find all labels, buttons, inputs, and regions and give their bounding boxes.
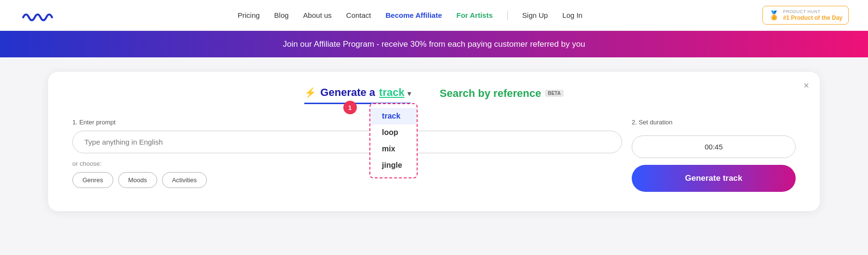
or-choose-label: or choose:: [72, 160, 622, 167]
duration-input[interactable]: [632, 135, 796, 158]
product-hunt-label: PRODUCT HUNT: [783, 9, 842, 14]
dropdown-menu: track loop mix jingle: [369, 103, 418, 178]
moods-button[interactable]: Moods: [118, 172, 157, 188]
dropdown-item-loop[interactable]: loop: [370, 124, 417, 141]
activities-button[interactable]: Activities: [162, 172, 207, 188]
dropdown-item-jingle[interactable]: jingle: [370, 157, 417, 174]
banner-text: Join our Affiliate Program - receive 30%…: [283, 40, 585, 49]
product-hunt-badge[interactable]: 🏅 PRODUCT HUNT #1 Product of the Day: [762, 6, 849, 25]
nav-signup[interactable]: Sign Up: [522, 11, 548, 19]
tab-generate-prefix: Generate a: [320, 86, 375, 99]
tab-search-label: Search by reference: [440, 87, 541, 100]
track-type-dropdown[interactable]: track ▾ track loop mix jingle: [379, 86, 411, 99]
tabs: ⚡ Generate a track ▾ track loop mix jing…: [72, 86, 796, 104]
form-right: 2. Set duration Generate track: [632, 119, 796, 192]
nav-contact[interactable]: Contact: [346, 11, 371, 19]
step-badge: 1: [343, 101, 357, 114]
step1-label: 1. Enter prompt: [72, 119, 622, 126]
form-area: 1. Enter prompt or choose: Genres Moods …: [72, 119, 796, 192]
main-card: × ⚡ Generate a track ▾ track loop mix ji…: [48, 72, 820, 211]
nav-login[interactable]: Log In: [562, 11, 583, 19]
nav-pricing[interactable]: Pricing: [238, 11, 260, 19]
step2-label: 2. Set duration: [632, 119, 796, 126]
beta-badge: BETA: [545, 90, 563, 97]
logo[interactable]: [19, 7, 58, 24]
nav-affiliate[interactable]: Become Affiliate: [386, 11, 442, 19]
nav-about[interactable]: About us: [303, 11, 332, 19]
affiliate-banner[interactable]: Join our Affiliate Program - receive 30%…: [0, 31, 868, 57]
nav-links: Pricing Blog About us Contact Become Aff…: [238, 11, 583, 20]
tag-buttons: Genres Moods Activities: [72, 172, 622, 188]
nav-blog[interactable]: Blog: [274, 11, 289, 19]
product-hunt-title: #1 Product of the Day: [783, 14, 842, 21]
dropdown-item-mix[interactable]: mix: [370, 141, 417, 157]
generate-track-button[interactable]: Generate track: [632, 165, 796, 192]
search-label-green: Search by reference: [440, 87, 541, 99]
product-hunt-text: PRODUCT HUNT #1 Product of the Day: [783, 9, 842, 21]
nav-divider: [507, 11, 508, 20]
tab-search[interactable]: Search by reference BETA: [440, 87, 564, 104]
prompt-input[interactable]: [72, 131, 622, 153]
product-hunt-icon: 🏅: [769, 10, 779, 21]
nav-artists[interactable]: For Artists: [457, 11, 493, 19]
navbar: Pricing Blog About us Contact Become Aff…: [0, 0, 868, 31]
tab-generate[interactable]: ⚡ Generate a track ▾ track loop mix jing…: [304, 86, 410, 104]
tab-generate-highlight: track: [379, 86, 405, 98]
close-button[interactable]: ×: [803, 81, 809, 90]
lightning-icon: ⚡: [304, 87, 316, 98]
chevron-down-icon: ▾: [407, 90, 411, 97]
genres-button[interactable]: Genres: [72, 172, 113, 188]
main-content: × ⚡ Generate a track ▾ track loop mix ji…: [0, 57, 868, 226]
form-left: 1. Enter prompt or choose: Genres Moods …: [72, 119, 622, 188]
dropdown-item-track[interactable]: track: [370, 108, 417, 124]
